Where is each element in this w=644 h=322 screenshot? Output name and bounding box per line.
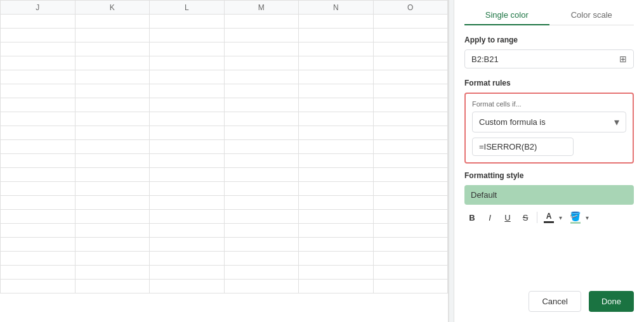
grid-cell[interactable] [1,252,76,266]
grid-cell[interactable] [150,168,225,182]
table-row[interactable] [1,238,448,252]
col-header-K[interactable]: K [75,1,150,15]
grid-cell[interactable] [150,140,225,154]
grid-cell[interactable] [373,196,448,210]
text-color-dropdown-icon[interactable]: ▾ [559,214,562,221]
grid-cell[interactable] [75,224,150,238]
table-row[interactable] [1,56,448,70]
grid-cell[interactable] [373,112,448,126]
fill-color-button[interactable]: 🪣 [567,210,583,225]
table-row[interactable] [1,168,448,182]
grid-cell[interactable] [75,98,150,112]
grid-cell[interactable] [224,154,299,168]
grid-cell[interactable] [224,182,299,196]
grid-cell[interactable] [299,84,374,98]
grid-cell[interactable] [373,238,448,252]
grid-cell[interactable] [150,154,225,168]
grid-cell[interactable] [1,84,76,98]
col-header-J[interactable]: J [1,1,76,15]
grid-cell[interactable] [75,15,150,29]
grid-cell[interactable] [1,98,76,112]
grid-cell[interactable] [75,154,150,168]
grid-cell[interactable] [75,42,150,56]
grid-cell[interactable] [373,126,448,140]
underline-button[interactable]: U [500,210,515,225]
grid-cell[interactable] [373,210,448,224]
grid-cell[interactable] [299,140,374,154]
grid-cell[interactable] [150,70,225,84]
grid-cell[interactable] [75,84,150,98]
grid-cell[interactable] [299,154,374,168]
grid-icon[interactable]: ⊞ [619,54,627,64]
grid-cell[interactable] [150,15,225,29]
grid-cell[interactable] [75,182,150,196]
grid-cell[interactable] [75,252,150,266]
grid-cell[interactable] [150,252,225,266]
grid-cell[interactable] [224,98,299,112]
grid-cell[interactable] [1,280,76,293]
grid-cell[interactable] [299,42,374,56]
grid-cell[interactable] [299,224,374,238]
grid-cell[interactable] [1,15,76,29]
grid-cell[interactable] [75,29,150,42]
bold-button[interactable]: B [464,210,480,225]
grid-cell[interactable] [373,168,448,182]
grid-cell[interactable] [150,126,225,140]
grid-cell[interactable] [224,42,299,56]
table-row[interactable] [1,15,448,29]
grid-cell[interactable] [224,70,299,84]
grid-cell[interactable] [150,56,225,70]
table-row[interactable] [1,280,448,293]
grid-cell[interactable] [373,84,448,98]
grid-cell[interactable] [373,280,448,293]
grid-cell[interactable] [75,266,150,280]
grid-cell[interactable] [224,210,299,224]
grid-cell[interactable] [150,238,225,252]
grid-cell[interactable] [224,266,299,280]
grid-cell[interactable] [224,56,299,70]
table-row[interactable] [1,182,448,196]
grid-cell[interactable] [224,168,299,182]
grid-cell[interactable] [75,168,150,182]
grid-cell[interactable] [1,266,76,280]
grid-cell[interactable] [1,42,76,56]
col-header-M[interactable]: M [224,1,299,15]
format-condition-dropdown[interactable]: Custom formula is ▾ [472,112,626,132]
table-row[interactable] [1,252,448,266]
grid-cell[interactable] [1,168,76,182]
table-row[interactable] [1,196,448,210]
table-row[interactable] [1,84,448,98]
table-row[interactable] [1,224,448,238]
grid-cell[interactable] [75,112,150,126]
table-row[interactable] [1,112,448,126]
done-button[interactable]: Done [589,291,634,312]
grid-cell[interactable] [373,224,448,238]
table-row[interactable] [1,42,448,56]
grid-cell[interactable] [299,182,374,196]
grid-cell[interactable] [75,126,150,140]
grid-cell[interactable] [1,112,76,126]
grid-cell[interactable] [299,252,374,266]
tab-color-scale[interactable]: Color scale [549,5,634,25]
grid-cell[interactable] [373,15,448,29]
grid-cell[interactable] [1,210,76,224]
grid-cell[interactable] [224,140,299,154]
grid-cell[interactable] [150,266,225,280]
grid-cell[interactable] [1,29,76,42]
table-row[interactable] [1,126,448,140]
grid-cell[interactable] [150,42,225,56]
grid-cell[interactable] [1,70,76,84]
table-row[interactable] [1,98,448,112]
grid-cell[interactable] [150,84,225,98]
grid-cell[interactable] [75,238,150,252]
col-header-N[interactable]: N [299,1,374,15]
grid-cell[interactable] [224,84,299,98]
text-color-button[interactable]: A [541,210,556,224]
grid-cell[interactable] [1,182,76,196]
grid-cell[interactable] [224,280,299,293]
table-row[interactable] [1,140,448,154]
grid-cell[interactable] [299,196,374,210]
grid-cell[interactable] [373,42,448,56]
grid-cell[interactable] [150,210,225,224]
grid-cell[interactable] [224,252,299,266]
